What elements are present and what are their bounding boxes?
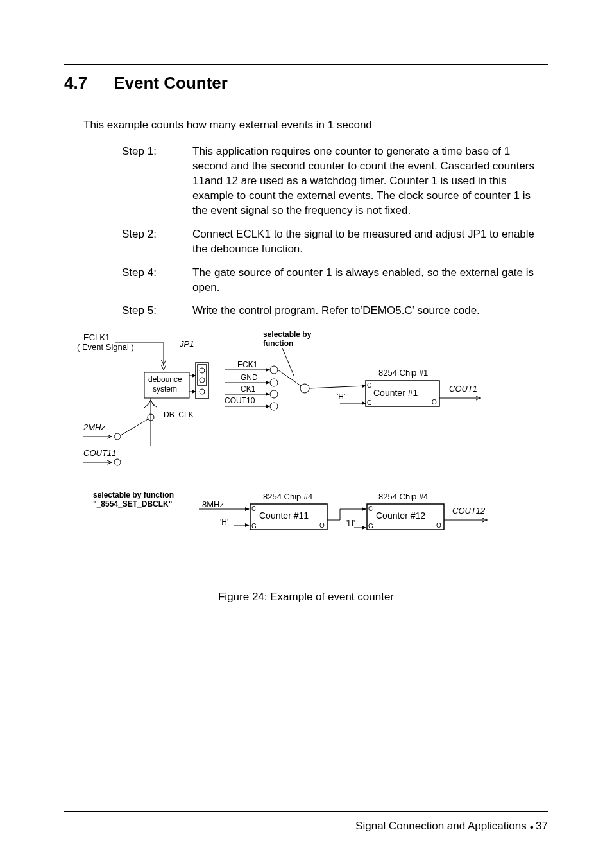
svg-line-2: [282, 348, 294, 376]
o1-label: O: [432, 399, 437, 406]
selnote-a: selectable by: [263, 330, 312, 339]
step-row: Step 2: Connect ECLK1 to the signal to b…: [122, 227, 548, 257]
chip4b-label: 8254 Chip #4: [378, 492, 428, 501]
ck1-label: CK1: [241, 385, 256, 394]
step-label: Step 5:: [122, 304, 192, 318]
svg-point-33: [114, 459, 121, 465]
step-text: The gate source of counter 1 is always e…: [192, 266, 548, 295]
step-label: Step 2:: [122, 227, 192, 257]
c1-label: C: [367, 382, 371, 389]
svg-point-16: [270, 366, 278, 374]
twoMHz-label: 2MHz: [83, 422, 105, 432]
cout10-label: COUT10: [225, 396, 255, 405]
g2-label: G: [251, 523, 257, 530]
step-text: Connect ECLK1 to the signal to be measur…: [192, 227, 548, 257]
selfunc-b: "_8554_SET_DBCLK": [93, 499, 172, 508]
eightMHz-label: 8MHz: [202, 499, 224, 509]
chip1-label: 8254 Chip #1: [378, 368, 428, 378]
step-row: Step 1: This application requires one co…: [122, 144, 548, 218]
bullet-icon: ●: [529, 823, 536, 831]
selfunc-a: selectable by function: [93, 490, 174, 499]
counter12-label: Counter #12: [376, 510, 425, 521]
step-label: Step 4:: [122, 266, 192, 295]
section-number: 4.7: [64, 73, 109, 93]
svg-line-30: [121, 419, 149, 435]
eclk1-label: ECLK1: [83, 333, 110, 342]
svg-point-22: [270, 403, 278, 410]
footer-rule: [64, 811, 548, 812]
debounce-a: debounce: [148, 375, 182, 384]
g1-label: G: [367, 399, 372, 406]
svg-point-7: [200, 378, 205, 383]
h1-label: 'H': [337, 392, 345, 401]
diagram: ECLK1 ( Event Signal ) JP1 selectable by…: [77, 327, 548, 571]
figure-caption: Figure 24: Example of event counter: [64, 591, 548, 603]
footer-section: Signal Connection and Applications: [355, 820, 527, 832]
selnote-b: function: [263, 339, 293, 348]
gnd-label: GND: [241, 373, 258, 382]
svg-line-35: [309, 386, 366, 388]
svg-point-20: [270, 390, 278, 398]
dbclk-label: DB_CLK: [164, 410, 194, 419]
step-label: Step 1:: [122, 144, 192, 218]
svg-point-29: [114, 433, 121, 440]
g3-label: G: [368, 523, 373, 530]
eck1-label: ECK1: [237, 360, 258, 369]
top-rule: [64, 64, 548, 65]
svg-point-23: [300, 384, 309, 393]
step-text: Write the control program. Refer to‘DEMO…: [192, 304, 548, 318]
step-text: This application requires one counter to…: [192, 144, 548, 218]
cout1-label: COUT1: [449, 384, 477, 394]
c2-label: C: [251, 505, 256, 512]
h3-label: 'H': [346, 519, 355, 528]
steps-list: Step 1: This application requires one co…: [122, 144, 548, 318]
h2-label: 'H': [220, 517, 228, 526]
eclk1-label2: ( Event Signal ): [77, 342, 134, 352]
intro-text: This example counts how many external ev…: [83, 119, 548, 132]
cout12-label: COUT12: [452, 506, 486, 516]
o3-label: O: [436, 522, 441, 529]
section-title: Event Counter: [114, 73, 228, 92]
counter1-label: Counter #1: [373, 388, 418, 398]
cout11-label: COUT11: [83, 448, 116, 458]
counter11-label: Counter #11: [259, 510, 309, 521]
jp1-label: JP1: [179, 339, 194, 349]
svg-point-6: [200, 368, 205, 373]
step-row: Step 5: Write the control program. Refer…: [122, 304, 548, 318]
footer-page: 37: [536, 820, 548, 832]
o2-label: O: [319, 522, 325, 529]
section-heading: 4.7 Event Counter: [64, 73, 548, 93]
svg-point-8: [200, 389, 205, 394]
step-row: Step 4: The gate source of counter 1 is …: [122, 266, 548, 295]
debounce-b: system: [153, 385, 177, 394]
svg-line-24: [278, 370, 301, 386]
svg-point-18: [270, 379, 278, 386]
c3-label: C: [368, 505, 373, 512]
chip4a-label: 8254 Chip #4: [263, 492, 312, 501]
page-footer: Signal Connection and Applications ● 37: [64, 811, 548, 833]
footer-text: Signal Connection and Applications ● 37: [64, 820, 548, 833]
